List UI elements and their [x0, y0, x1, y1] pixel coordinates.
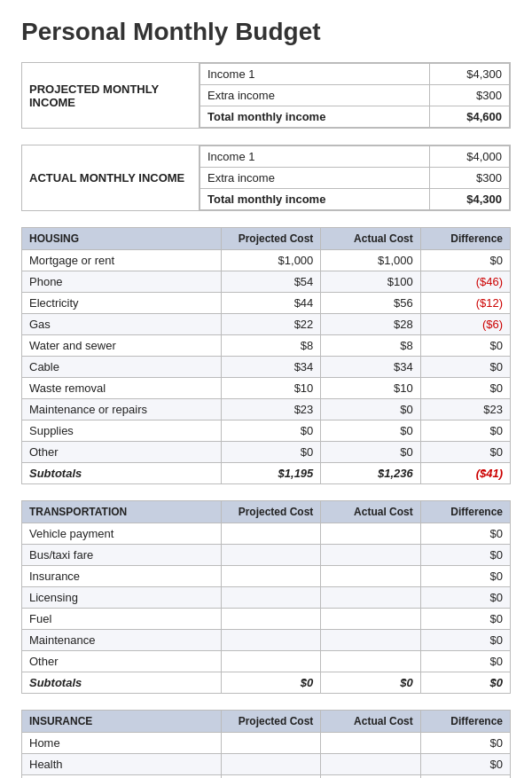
table-row: Phone$54$100($46) — [22, 271, 511, 293]
subtotal-proj: $1,195 — [221, 463, 320, 484]
projected-cost — [221, 775, 320, 779]
actual-income-row-0: Income 1 $4,000 — [200, 146, 510, 168]
projected-cost: $34 — [221, 357, 320, 378]
actual-cost: $0 — [321, 399, 420, 420]
actual-income-total: Total monthly income $4,300 — [200, 189, 510, 210]
difference: $0 — [420, 250, 510, 271]
row-label: Other — [22, 651, 222, 672]
table-row: Licensing$0 — [22, 587, 511, 609]
subtotal-label: Subtotals — [22, 672, 222, 694]
actual-cost — [321, 733, 420, 754]
projected-income-section: PROJECTED MONTHLY INCOME Income 1 $4,300… — [21, 62, 511, 129]
row-label: Health — [22, 754, 222, 775]
projected-cost: $10 — [221, 378, 320, 399]
projected-cost — [221, 651, 320, 672]
cat-header-2: INSURANCEProjected CostActual CostDiffer… — [22, 711, 511, 733]
projected-cost: $1,000 — [221, 250, 320, 271]
col-header-2: Difference — [420, 501, 510, 523]
projected-income-row-1: Extra income $300 — [200, 85, 510, 106]
actual-cost: $0 — [321, 442, 420, 463]
categories-container: HOUSINGProjected CostActual CostDifferen… — [21, 227, 511, 778]
row-label: Supplies — [22, 420, 222, 442]
actual-cost: $56 — [321, 293, 420, 314]
col-header-1: Actual Cost — [321, 711, 420, 733]
subtotal-diff: $0 — [420, 672, 510, 694]
row-label: Other — [22, 442, 222, 463]
projected-cost — [221, 630, 320, 651]
difference: $0 — [420, 630, 510, 651]
difference: $0 — [420, 651, 510, 672]
page-title: Personal Monthly Budget — [21, 18, 511, 46]
row-label: Cable — [22, 357, 222, 378]
projected-cost — [221, 609, 320, 630]
table-row: Insurance$0 — [22, 566, 511, 587]
actual-cost — [321, 523, 420, 545]
subtotal-label: Subtotals — [22, 463, 222, 484]
actual-cost: $100 — [321, 271, 420, 293]
difference: $0 — [420, 566, 510, 587]
row-label: Insurance — [22, 566, 222, 587]
actual-cost — [321, 587, 420, 609]
difference: $0 — [420, 442, 510, 463]
table-row: Mortgage or rent$1,000$1,000$0 — [22, 250, 511, 271]
projected-cost — [221, 754, 320, 775]
row-label: Home — [22, 733, 222, 754]
actual-cost: $1,000 — [321, 250, 420, 271]
col-header-2: Difference — [420, 711, 510, 733]
actual-income-label: ACTUAL MONTHLY INCOME — [22, 145, 200, 211]
projected-cost: $44 — [221, 293, 320, 314]
row-label: Water and sewer — [22, 335, 222, 357]
actual-cost — [321, 754, 420, 775]
actual-income-section: ACTUAL MONTHLY INCOME Income 1 $4,000 Ex… — [21, 145, 511, 211]
actual-cost — [321, 545, 420, 566]
projected-cost: $0 — [221, 442, 320, 463]
table-row: Vehicle payment$0 — [22, 523, 511, 545]
difference: $0 — [420, 775, 510, 779]
actual-cost — [321, 630, 420, 651]
actual-cost: $0 — [321, 420, 420, 442]
subtotal-row: Subtotals$1,195$1,236($41) — [22, 463, 511, 484]
table-row: Maintenance$0 — [22, 630, 511, 651]
row-label: Maintenance or repairs — [22, 399, 222, 420]
row-label: Fuel — [22, 609, 222, 630]
cat-name-label: TRANSPORTATION — [22, 501, 222, 523]
row-label: Maintenance — [22, 630, 222, 651]
actual-cost — [321, 775, 420, 779]
col-header-0: Projected Cost — [221, 711, 320, 733]
col-header-1: Actual Cost — [321, 228, 420, 250]
subtotal-diff: ($41) — [420, 463, 510, 484]
table-row: Bus/taxi fare$0 — [22, 545, 511, 566]
difference: ($46) — [420, 271, 510, 293]
category-section-2: INSURANCEProjected CostActual CostDiffer… — [21, 710, 511, 778]
subtotal-actual: $0 — [321, 672, 420, 694]
actual-cost: $28 — [321, 314, 420, 335]
subtotal-row: Subtotals$0$0$0 — [22, 672, 511, 694]
difference: $0 — [420, 335, 510, 357]
subtotal-proj: $0 — [221, 672, 320, 694]
projected-cost — [221, 545, 320, 566]
actual-cost: $10 — [321, 378, 420, 399]
row-label: Vehicle payment — [22, 523, 222, 545]
projected-cost: $22 — [221, 314, 320, 335]
actual-cost — [321, 609, 420, 630]
difference: $0 — [420, 420, 510, 442]
row-label: Licensing — [22, 587, 222, 609]
row-label: Phone — [22, 271, 222, 293]
table-row: Cable$34$34$0 — [22, 357, 511, 378]
cat-header-1: TRANSPORTATIONProjected CostActual CostD… — [22, 501, 511, 523]
projected-income-row-0: Income 1 $4,300 — [200, 64, 510, 85]
row-label: Waste removal — [22, 378, 222, 399]
col-header-2: Difference — [420, 228, 510, 250]
table-row: Fuel$0 — [22, 609, 511, 630]
difference: $0 — [420, 733, 510, 754]
table-row: Gas$22$28($6) — [22, 314, 511, 335]
table-row: Electricity$44$56($12) — [22, 293, 511, 314]
col-header-0: Projected Cost — [221, 501, 320, 523]
table-row: Water and sewer$8$8$0 — [22, 335, 511, 357]
projected-income-label: PROJECTED MONTHLY INCOME — [22, 63, 200, 129]
row-label: Gas — [22, 314, 222, 335]
category-section-1: TRANSPORTATIONProjected CostActual CostD… — [21, 500, 511, 694]
col-header-1: Actual Cost — [321, 501, 420, 523]
difference: $23 — [420, 399, 510, 420]
projected-cost — [221, 523, 320, 545]
